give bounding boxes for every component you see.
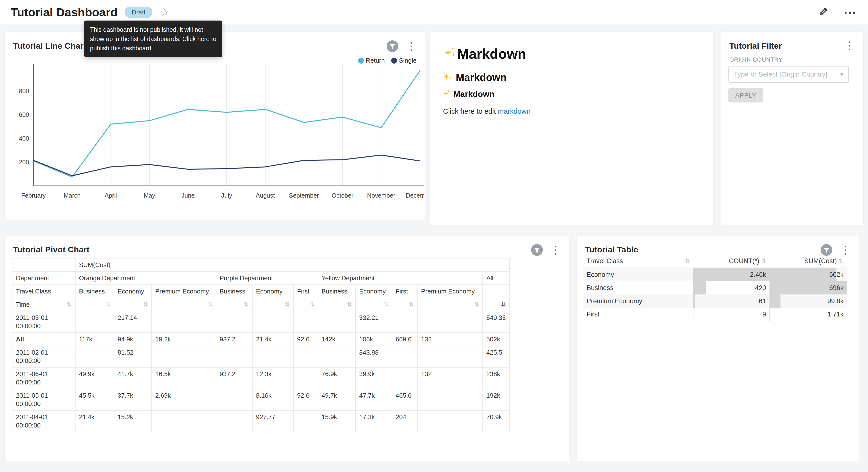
sort-icon[interactable]: ⇅: [347, 300, 352, 308]
pivot-cell: 217.14: [114, 311, 152, 333]
pivot-cell: 70.9k: [483, 410, 509, 432]
pivot-subcol-header[interactable]: Economy: [114, 285, 152, 298]
pivot-sort-cell[interactable]: ⇅: [75, 298, 114, 311]
pivot-group-header[interactable]: Yellow Department: [318, 271, 483, 285]
publish-tooltip: This dashboard is not published, it will…: [84, 21, 222, 57]
sort-icon[interactable]: ⇅: [285, 300, 290, 308]
pivot-subcol-header[interactable]: First: [293, 285, 318, 298]
pivot-cell: [318, 346, 355, 367]
table-card-title: Tutorial Table: [585, 245, 638, 254]
pivot-sort-cell[interactable]: ⇅: [318, 298, 355, 311]
svg-text:800: 800: [19, 88, 29, 94]
pivot-group-header[interactable]: Orange Department: [75, 271, 216, 285]
pivot-cell: 76.9k: [318, 367, 355, 389]
kebab-menu-icon[interactable]: ⋮: [840, 244, 850, 255]
line-chart-canvas[interactable]: 200400600800FebruaryMarchAprilMayJuneJul…: [8, 56, 424, 215]
pivot-sort-cell[interactable]: ⇅: [114, 298, 152, 311]
sort-icon[interactable]: ⇅: [383, 300, 388, 308]
pivot-cell: 49.9k: [75, 367, 114, 389]
pivot-cell: 15.9k: [318, 410, 355, 432]
markdown-heading-1: Markdown: [443, 45, 704, 62]
pivot-subcol-header[interactable]: Business: [75, 285, 114, 298]
svg-text:September: September: [289, 192, 319, 199]
sort-icon[interactable]: ⇅: [143, 300, 148, 308]
apply-button[interactable]: APPLY: [728, 88, 763, 102]
sort-icon[interactable]: ⇅: [244, 300, 249, 308]
pivot-subcol-header[interactable]: Premium Economy: [152, 285, 216, 298]
sort-icon[interactable]: ⇅: [309, 300, 314, 308]
pivot-group-header[interactable]: Purple Department: [216, 271, 318, 285]
pivot-cell: 549.35: [483, 311, 509, 333]
pivot-cell: 49.7k: [318, 389, 355, 410]
svg-text:May: May: [144, 192, 155, 199]
pivot-sort-cell[interactable]: ⇅: [152, 298, 216, 311]
filter-badge-icon[interactable]: [531, 244, 543, 256]
pivot-row: All117k94.9k19.2k937.221.4k92.6142k106k6…: [12, 333, 509, 346]
pivot-subcol-header[interactable]: Economy: [355, 285, 392, 298]
pivot-sort-cell[interactable]: ⇅: [355, 298, 392, 311]
markdown-heading-3-text: Markdown: [453, 89, 494, 99]
pivot-sort-cell[interactable]: ⇅: [293, 298, 318, 311]
table-row: Economy2.46k602k: [583, 268, 847, 281]
table-header-count[interactable]: COUNT(*) ⇅: [693, 254, 770, 268]
sort-icon[interactable]: ⇅: [685, 257, 690, 265]
pivot-time-header[interactable]: Time⇅: [12, 298, 75, 311]
kebab-menu-icon[interactable]: ⋮: [406, 41, 416, 52]
pivot-cell: [417, 410, 483, 432]
sort-icon[interactable]: ⇅: [207, 300, 212, 308]
pivot-cell: [293, 410, 318, 432]
markdown-edit-link[interactable]: markdown: [498, 107, 531, 115]
pivot-cell: 142k: [318, 333, 355, 346]
pivot-cell: [392, 367, 417, 389]
table-row: First91.71k: [583, 308, 847, 321]
origin-country-label: ORIGIN COUNTRY: [730, 56, 782, 63]
origin-country-select[interactable]: Type or Select [Origin Country] ▾: [728, 66, 849, 83]
pivot-sort-cell[interactable]: ⇅: [216, 298, 252, 311]
draft-badge[interactable]: Draft: [125, 7, 152, 18]
sort-icon[interactable]: ⇅: [67, 300, 72, 308]
line-chart-actions: ⋮: [386, 40, 416, 52]
pivot-sort-cell[interactable]: ⇅: [252, 298, 293, 311]
pivot-subcol-header[interactable]: Business: [318, 285, 355, 298]
pivot-sort-cell[interactable]: ⇊: [483, 298, 509, 311]
sort-icon[interactable]: ⇅: [474, 300, 479, 308]
pivot-sort-cell[interactable]: ⇅: [417, 298, 483, 311]
more-options-icon[interactable]: ⋯: [843, 6, 857, 19]
edit-pencil-icon[interactable]: ✎: [818, 7, 828, 18]
pivot-row: 2011-05-01 00:00:0045.5k37.7k2.69k8.16k9…: [12, 389, 509, 410]
table-cell-sum: 99.8k: [770, 294, 847, 308]
filter-badge-icon[interactable]: [386, 40, 399, 52]
pivot-all-col-header[interactable]: All: [483, 271, 509, 285]
pivot-subcol-header[interactable]: First: [392, 285, 417, 298]
favorite-star-icon[interactable]: ☆: [160, 7, 169, 18]
pivot-row: 2011-04-01 00:00:0021.4k15.2k927.7715.9k…: [12, 410, 509, 432]
sort-desc-icon[interactable]: ⇊: [501, 300, 506, 308]
pivot-cell: [392, 346, 417, 367]
kebab-menu-icon[interactable]: ⋮: [844, 40, 855, 51]
kebab-menu-icon[interactable]: ⋮: [550, 244, 561, 255]
pivot-chart-card: Tutorial Pivot Chart ⋮ SUM(Cost)Departme…: [4, 235, 570, 461]
pivot-cell: 81.52: [114, 346, 152, 367]
pivot-cell: [216, 346, 252, 367]
pivot-cell: [318, 311, 355, 333]
pivot-sort-cell[interactable]: ⇅: [392, 298, 417, 311]
sort-icon[interactable]: ⇅: [105, 300, 110, 308]
markdown-heading-1-text: Markdown: [457, 45, 526, 62]
pivot-subcol-header[interactable]: Economy: [252, 285, 293, 298]
pivot-subcol-header[interactable]: Premium Economy: [417, 285, 483, 298]
pivot-cell: 8.16k: [252, 389, 293, 410]
svg-text:October: October: [332, 192, 353, 199]
pivot-cell: 343.98: [355, 346, 392, 367]
sort-icon[interactable]: ⇅: [761, 257, 766, 265]
pivot-cell: 2.69k: [152, 389, 216, 410]
pivot-subcol-header[interactable]: Business: [216, 285, 252, 298]
sort-icon[interactable]: ⇅: [839, 257, 843, 265]
data-table: Travel Class⇅COUNT(*) ⇅SUM(Cost) ⇅Econom…: [583, 254, 847, 321]
sort-icon[interactable]: ⇅: [409, 300, 414, 308]
count-bar: [693, 294, 695, 308]
pivot-cell: 669.6: [392, 333, 417, 346]
table-header-travel-class[interactable]: Travel Class⇅: [583, 254, 693, 268]
pivot-table: SUM(Cost)DepartmentOrange DepartmentPurp…: [12, 258, 510, 432]
table-header-sum[interactable]: SUM(Cost) ⇅: [770, 254, 847, 268]
pivot-cell: 94.9k: [114, 333, 152, 346]
